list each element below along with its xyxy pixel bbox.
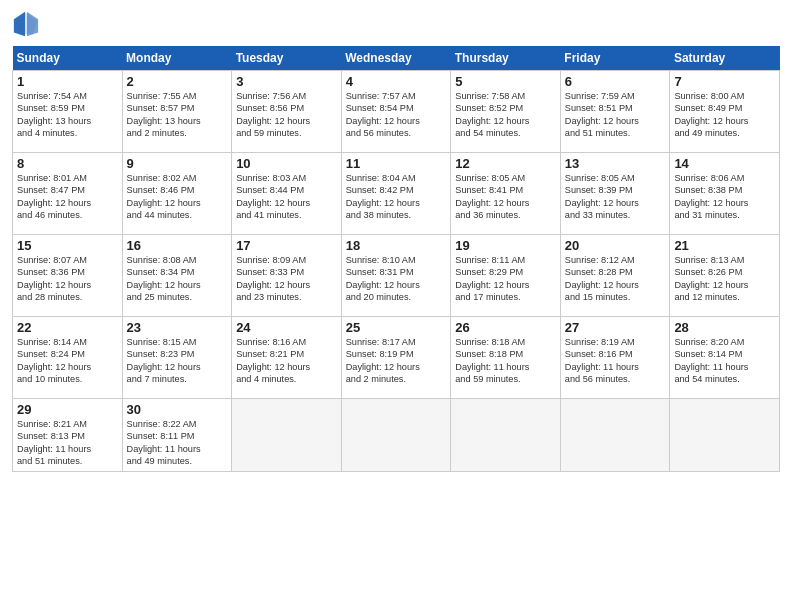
header xyxy=(12,10,780,38)
svg-marker-2 xyxy=(14,12,25,36)
day-number: 6 xyxy=(565,74,666,89)
week-row-2: 8Sunrise: 8:01 AMSunset: 8:47 PMDaylight… xyxy=(13,153,780,235)
day-cell: 8Sunrise: 8:01 AMSunset: 8:47 PMDaylight… xyxy=(13,153,123,235)
day-cell xyxy=(451,399,561,472)
day-info: Sunrise: 8:14 AMSunset: 8:24 PMDaylight:… xyxy=(17,336,118,386)
day-info: Sunrise: 8:02 AMSunset: 8:46 PMDaylight:… xyxy=(127,172,228,222)
day-info: Sunrise: 8:09 AMSunset: 8:33 PMDaylight:… xyxy=(236,254,337,304)
day-info: Sunrise: 8:22 AMSunset: 8:11 PMDaylight:… xyxy=(127,418,228,468)
day-number: 26 xyxy=(455,320,556,335)
day-info: Sunrise: 8:21 AMSunset: 8:13 PMDaylight:… xyxy=(17,418,118,468)
day-info: Sunrise: 8:18 AMSunset: 8:18 PMDaylight:… xyxy=(455,336,556,386)
day-number: 27 xyxy=(565,320,666,335)
day-info: Sunrise: 8:11 AMSunset: 8:29 PMDaylight:… xyxy=(455,254,556,304)
day-cell: 29Sunrise: 8:21 AMSunset: 8:13 PMDayligh… xyxy=(13,399,123,472)
day-number: 17 xyxy=(236,238,337,253)
col-header-friday: Friday xyxy=(560,46,670,71)
day-cell: 2Sunrise: 7:55 AMSunset: 8:57 PMDaylight… xyxy=(122,71,232,153)
day-number: 2 xyxy=(127,74,228,89)
day-cell: 19Sunrise: 8:11 AMSunset: 8:29 PMDayligh… xyxy=(451,235,561,317)
day-number: 15 xyxy=(17,238,118,253)
day-info: Sunrise: 8:08 AMSunset: 8:34 PMDaylight:… xyxy=(127,254,228,304)
logo-icon xyxy=(12,10,40,38)
day-number: 5 xyxy=(455,74,556,89)
day-number: 11 xyxy=(346,156,447,171)
day-info: Sunrise: 8:04 AMSunset: 8:42 PMDaylight:… xyxy=(346,172,447,222)
day-cell: 7Sunrise: 8:00 AMSunset: 8:49 PMDaylight… xyxy=(670,71,780,153)
day-cell: 1Sunrise: 7:54 AMSunset: 8:59 PMDaylight… xyxy=(13,71,123,153)
calendar-table: SundayMondayTuesdayWednesdayThursdayFrid… xyxy=(12,46,780,472)
week-row-4: 22Sunrise: 8:14 AMSunset: 8:24 PMDayligh… xyxy=(13,317,780,399)
day-info: Sunrise: 8:03 AMSunset: 8:44 PMDaylight:… xyxy=(236,172,337,222)
day-cell: 15Sunrise: 8:07 AMSunset: 8:36 PMDayligh… xyxy=(13,235,123,317)
day-number: 14 xyxy=(674,156,775,171)
day-number: 19 xyxy=(455,238,556,253)
day-cell: 13Sunrise: 8:05 AMSunset: 8:39 PMDayligh… xyxy=(560,153,670,235)
col-header-sunday: Sunday xyxy=(13,46,123,71)
day-info: Sunrise: 7:59 AMSunset: 8:51 PMDaylight:… xyxy=(565,90,666,140)
day-number: 16 xyxy=(127,238,228,253)
day-cell: 21Sunrise: 8:13 AMSunset: 8:26 PMDayligh… xyxy=(670,235,780,317)
day-number: 23 xyxy=(127,320,228,335)
week-row-3: 15Sunrise: 8:07 AMSunset: 8:36 PMDayligh… xyxy=(13,235,780,317)
day-cell: 6Sunrise: 7:59 AMSunset: 8:51 PMDaylight… xyxy=(560,71,670,153)
day-cell: 14Sunrise: 8:06 AMSunset: 8:38 PMDayligh… xyxy=(670,153,780,235)
col-header-tuesday: Tuesday xyxy=(232,46,342,71)
day-cell xyxy=(232,399,342,472)
day-info: Sunrise: 8:00 AMSunset: 8:49 PMDaylight:… xyxy=(674,90,775,140)
day-info: Sunrise: 8:13 AMSunset: 8:26 PMDaylight:… xyxy=(674,254,775,304)
day-info: Sunrise: 8:10 AMSunset: 8:31 PMDaylight:… xyxy=(346,254,447,304)
week-row-5: 29Sunrise: 8:21 AMSunset: 8:13 PMDayligh… xyxy=(13,399,780,472)
day-number: 12 xyxy=(455,156,556,171)
day-number: 20 xyxy=(565,238,666,253)
day-number: 28 xyxy=(674,320,775,335)
day-cell: 12Sunrise: 8:05 AMSunset: 8:41 PMDayligh… xyxy=(451,153,561,235)
day-info: Sunrise: 8:16 AMSunset: 8:21 PMDaylight:… xyxy=(236,336,337,386)
col-header-thursday: Thursday xyxy=(451,46,561,71)
day-info: Sunrise: 8:06 AMSunset: 8:38 PMDaylight:… xyxy=(674,172,775,222)
day-info: Sunrise: 8:07 AMSunset: 8:36 PMDaylight:… xyxy=(17,254,118,304)
day-number: 13 xyxy=(565,156,666,171)
day-info: Sunrise: 7:58 AMSunset: 8:52 PMDaylight:… xyxy=(455,90,556,140)
day-number: 24 xyxy=(236,320,337,335)
day-number: 4 xyxy=(346,74,447,89)
day-number: 18 xyxy=(346,238,447,253)
day-info: Sunrise: 7:57 AMSunset: 8:54 PMDaylight:… xyxy=(346,90,447,140)
main-container: SundayMondayTuesdayWednesdayThursdayFrid… xyxy=(0,0,792,480)
day-cell: 27Sunrise: 8:19 AMSunset: 8:16 PMDayligh… xyxy=(560,317,670,399)
day-info: Sunrise: 8:01 AMSunset: 8:47 PMDaylight:… xyxy=(17,172,118,222)
col-header-wednesday: Wednesday xyxy=(341,46,451,71)
day-number: 25 xyxy=(346,320,447,335)
day-cell: 9Sunrise: 8:02 AMSunset: 8:46 PMDaylight… xyxy=(122,153,232,235)
day-info: Sunrise: 7:56 AMSunset: 8:56 PMDaylight:… xyxy=(236,90,337,140)
day-number: 7 xyxy=(674,74,775,89)
day-number: 29 xyxy=(17,402,118,417)
day-cell: 5Sunrise: 7:58 AMSunset: 8:52 PMDaylight… xyxy=(451,71,561,153)
day-cell: 24Sunrise: 8:16 AMSunset: 8:21 PMDayligh… xyxy=(232,317,342,399)
day-info: Sunrise: 8:05 AMSunset: 8:41 PMDaylight:… xyxy=(455,172,556,222)
day-cell: 3Sunrise: 7:56 AMSunset: 8:56 PMDaylight… xyxy=(232,71,342,153)
day-cell: 4Sunrise: 7:57 AMSunset: 8:54 PMDaylight… xyxy=(341,71,451,153)
day-cell xyxy=(560,399,670,472)
day-info: Sunrise: 7:54 AMSunset: 8:59 PMDaylight:… xyxy=(17,90,118,140)
day-cell xyxy=(670,399,780,472)
day-info: Sunrise: 8:12 AMSunset: 8:28 PMDaylight:… xyxy=(565,254,666,304)
col-header-monday: Monday xyxy=(122,46,232,71)
day-number: 22 xyxy=(17,320,118,335)
day-number: 21 xyxy=(674,238,775,253)
day-cell: 18Sunrise: 8:10 AMSunset: 8:31 PMDayligh… xyxy=(341,235,451,317)
day-number: 9 xyxy=(127,156,228,171)
day-cell: 16Sunrise: 8:08 AMSunset: 8:34 PMDayligh… xyxy=(122,235,232,317)
svg-marker-1 xyxy=(27,12,38,36)
day-cell: 30Sunrise: 8:22 AMSunset: 8:11 PMDayligh… xyxy=(122,399,232,472)
day-info: Sunrise: 7:55 AMSunset: 8:57 PMDaylight:… xyxy=(127,90,228,140)
day-info: Sunrise: 8:15 AMSunset: 8:23 PMDaylight:… xyxy=(127,336,228,386)
day-info: Sunrise: 8:17 AMSunset: 8:19 PMDaylight:… xyxy=(346,336,447,386)
day-cell: 26Sunrise: 8:18 AMSunset: 8:18 PMDayligh… xyxy=(451,317,561,399)
day-info: Sunrise: 8:20 AMSunset: 8:14 PMDaylight:… xyxy=(674,336,775,386)
header-row: SundayMondayTuesdayWednesdayThursdayFrid… xyxy=(13,46,780,71)
col-header-saturday: Saturday xyxy=(670,46,780,71)
day-number: 1 xyxy=(17,74,118,89)
day-cell: 17Sunrise: 8:09 AMSunset: 8:33 PMDayligh… xyxy=(232,235,342,317)
day-cell: 25Sunrise: 8:17 AMSunset: 8:19 PMDayligh… xyxy=(341,317,451,399)
